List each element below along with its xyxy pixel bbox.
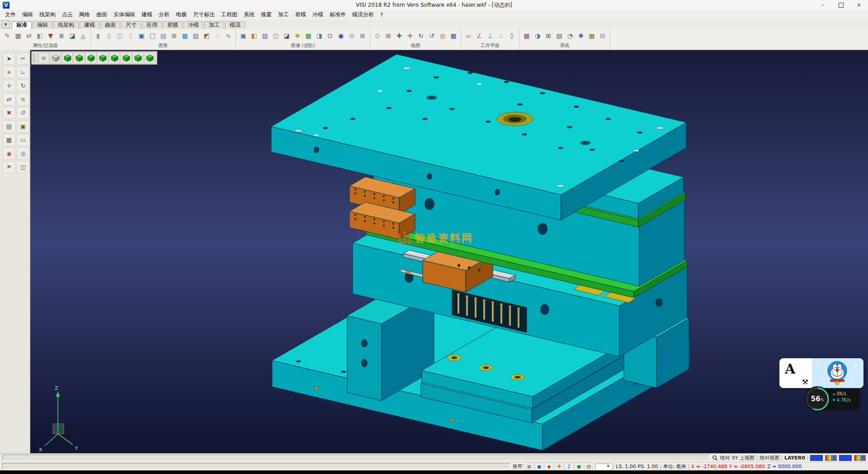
- workplane-angle-icon[interactable]: ∠: [474, 31, 484, 41]
- assistant-widget[interactable]: A ⚒: [779, 358, 863, 388]
- tab-塑膜[interactable]: 塑膜: [163, 21, 183, 29]
- prompt-field[interactable]: [2, 455, 710, 461]
- view-front-icon[interactable]: [97, 52, 108, 63]
- view-iso-sw-icon[interactable]: [74, 52, 85, 63]
- swap-attributes-icon[interactable]: ⇄: [24, 31, 34, 41]
- hidden-line-icon[interactable]: ▤: [158, 31, 168, 41]
- select-cursor-icon[interactable]: ➤: [3, 52, 15, 65]
- search-icon[interactable]: [712, 455, 718, 461]
- menu-item[interactable]: 文件: [2, 10, 19, 19]
- view-mode-label[interactable]: 绝对 XY 上视图: [720, 455, 755, 461]
- help-status-icon[interactable]: 2: [565, 463, 573, 470]
- view-back-icon[interactable]: [132, 52, 143, 63]
- cylinder-quarter-icon[interactable]: ▯: [126, 31, 136, 41]
- dynamic-view-icon[interactable]: ◎: [438, 31, 448, 41]
- move-icon[interactable]: ✛: [3, 80, 15, 92]
- layers-panel-icon[interactable]: ▤: [3, 120, 15, 133]
- menu-item[interactable]: 冲模: [309, 10, 326, 19]
- workplane-view-icon[interactable]: ◊: [507, 31, 517, 41]
- pan-icon[interactable]: ✛: [405, 31, 415, 41]
- menu-item[interactable]: 点云: [59, 10, 76, 19]
- brush-status-icon[interactable]: ✱: [555, 463, 563, 470]
- list-manager-icon[interactable]: ▤: [554, 31, 564, 41]
- cylinder-solid-icon[interactable]: ▮: [93, 31, 103, 41]
- color-grid-icon[interactable]: ▦: [522, 31, 532, 41]
- clip-plane-icon[interactable]: ⊡: [325, 31, 335, 41]
- multi-view-icon[interactable]: ▦: [448, 31, 458, 41]
- target-icon[interactable]: ◎: [17, 147, 29, 160]
- tab-dropdown-button[interactable]: ▼: [1, 20, 10, 28]
- tab-冲模[interactable]: 冲模: [184, 21, 203, 29]
- offset-icon[interactable]: ≡: [17, 93, 29, 105]
- menu-item[interactable]: 线架构: [36, 10, 59, 19]
- zoom-fit-icon[interactable]: ◇: [373, 31, 382, 41]
- hatch-icon[interactable]: ▨: [191, 31, 201, 41]
- current-color-swatch[interactable]: [810, 455, 823, 461]
- menu-item[interactable]: 编辑: [19, 10, 36, 19]
- display-settings-icon[interactable]: ◑: [533, 31, 542, 41]
- wireframe-icon[interactable]: □: [147, 31, 157, 41]
- mesh-icon[interactable]: ▦: [180, 31, 190, 41]
- render-material-icon[interactable]: ◧: [249, 31, 259, 41]
- tab-标准[interactable]: 标准: [12, 21, 32, 29]
- grid-icon[interactable]: ⊞: [169, 31, 179, 41]
- menu-item[interactable]: 塑模: [292, 10, 309, 19]
- menu-item[interactable]: 曲面: [93, 10, 110, 19]
- copy-icon[interactable]: ◫: [17, 161, 29, 173]
- rotate-view-icon[interactable]: ↻: [416, 31, 426, 41]
- menu-item[interactable]: 电极: [173, 10, 190, 19]
- workplane-xy-icon[interactable]: ▱: [463, 31, 473, 41]
- timer-icon[interactable]: ◔: [565, 31, 575, 41]
- menu-item[interactable]: 视窗: [258, 10, 275, 19]
- transparency-icon[interactable]: ◫: [271, 31, 281, 41]
- stereo-icon[interactable]: ◉: [336, 31, 346, 41]
- tab-线架构[interactable]: 线架构: [53, 21, 79, 29]
- speed-monitor-widget[interactable]: 56% ▲0K/s ▼4.7K/s: [805, 386, 863, 412]
- curve-icon[interactable]: ∿: [223, 31, 233, 41]
- menu-item[interactable]: 标准件: [326, 10, 349, 19]
- menu-item[interactable]: 分析: [156, 10, 173, 19]
- menu-item[interactable]: 建模: [138, 10, 156, 19]
- shaded-solid-icon[interactable]: ▣: [137, 31, 146, 41]
- menu-item[interactable]: 工程图: [218, 10, 241, 19]
- flag-icon[interactable]: ⚑: [3, 161, 15, 173]
- view-iso-se-icon[interactable]: [62, 52, 73, 63]
- cylinder-hollow-icon[interactable]: ▯: [104, 31, 114, 41]
- settings-gear-icon[interactable]: ✱: [576, 31, 586, 41]
- info-attributes-icon[interactable]: ◬: [78, 31, 88, 41]
- zoom-in-icon[interactable]: ✚: [394, 31, 404, 41]
- tab-尺寸[interactable]: 尺寸: [121, 21, 141, 29]
- menu-item[interactable]: 网格: [76, 10, 93, 19]
- capture-icon[interactable]: ⊙: [347, 31, 357, 41]
- menu-item[interactable]: 实体编辑: [110, 10, 138, 19]
- view-right-icon[interactable]: [109, 52, 120, 63]
- view-wireframe-cube-icon[interactable]: [50, 52, 61, 63]
- workplane-3point-icon[interactable]: ∴: [496, 31, 506, 41]
- tab-应用[interactable]: 应用: [142, 21, 162, 29]
- maximize-button[interactable]: [832, 0, 850, 10]
- zoom-window-icon[interactable]: ⊞: [383, 31, 393, 41]
- matrix-icon[interactable]: ▩: [587, 31, 597, 41]
- filter-funnel-icon[interactable]: ▼: [46, 31, 56, 41]
- notes-icon[interactable]: ▭: [17, 134, 29, 146]
- tab-编辑[interactable]: 编辑: [33, 21, 52, 29]
- light-icon[interactable]: ✱: [292, 31, 302, 41]
- color-palette-icon[interactable]: ▦: [13, 31, 23, 41]
- clipboard-icon[interactable]: ▣: [17, 120, 29, 133]
- render-texture-icon[interactable]: ▨: [260, 31, 270, 41]
- close-button[interactable]: ×: [850, 0, 868, 10]
- current-color-swatch-2[interactable]: [839, 455, 852, 461]
- view-options-icon[interactable]: ≡: [38, 52, 49, 63]
- absolute-view-label[interactable]: 绝对视图: [760, 455, 779, 461]
- palette-cell[interactable]: [835, 455, 836, 460]
- trim-scissors-icon[interactable]: ✂: [17, 52, 29, 65]
- menu-item[interactable]: 模流分析: [349, 10, 377, 19]
- viewbar-grip[interactable]: [33, 54, 37, 62]
- section-icon[interactable]: ◩: [202, 31, 212, 41]
- shadow-icon[interactable]: ◪: [282, 31, 292, 41]
- color-palette-strip-2[interactable]: [854, 455, 866, 461]
- rotate-icon[interactable]: ↻: [17, 80, 29, 92]
- render-shaded-icon[interactable]: ▣: [238, 31, 248, 41]
- menu-item[interactable]: ?: [377, 11, 386, 19]
- cylinder-half-icon[interactable]: ◫: [115, 31, 125, 41]
